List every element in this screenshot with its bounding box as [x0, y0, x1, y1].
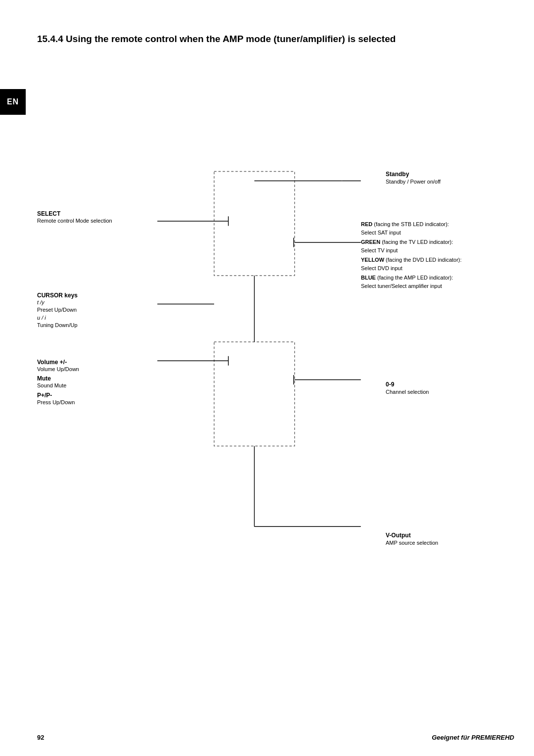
blue-line: BLUE (facing the AMP LED indicator):Sele…	[361, 274, 514, 290]
select-title: SELECT	[37, 210, 148, 217]
mute-text: Sound Mute	[37, 382, 141, 389]
brand-name: PREMIEREHD	[471, 734, 514, 741]
color-buttons-label: RED (facing the STB LED indicator):Selec…	[361, 220, 514, 290]
page: EN 15.4.4 Using the remote control when …	[0, 0, 534, 756]
select-label: SELECT Remote control Mode selection	[37, 210, 148, 225]
diagram-area: SELECT Remote control Mode selection CUR…	[37, 77, 514, 707]
cursor-label: CURSOR keys t /y Preset Up/Down u / i Tu…	[37, 292, 141, 330]
cursor-title: CURSOR keys	[37, 292, 141, 299]
svg-rect-0	[214, 171, 295, 276]
volume-text: Volume Up/Down	[37, 366, 141, 373]
standby-label: Standby Standby / Power on/off	[386, 171, 514, 186]
footer-brand: Geeignet für PREMIEREHD	[432, 734, 514, 741]
channel-title: 0-9	[386, 381, 514, 388]
voutput-text: AMP source selection	[386, 539, 514, 547]
svg-rect-1	[214, 342, 295, 446]
mute-title: Mute	[37, 375, 51, 382]
voutput-title: V-Output	[386, 532, 514, 539]
pp-title: P+/P-	[37, 392, 52, 399]
cursor-line2: Preset Up/Down	[37, 306, 141, 314]
cursor-line3: u / i	[37, 314, 141, 322]
brand-prefix: Geeignet für	[432, 734, 471, 741]
voutput-label: V-Output AMP source selection	[386, 532, 514, 547]
red-line: RED (facing the STB LED indicator):Selec…	[361, 220, 514, 236]
page-title: 15.4.4 Using the remote control when the…	[37, 34, 514, 45]
channel-text: Channel selection	[386, 388, 514, 396]
page-number: 92	[37, 734, 44, 741]
cursor-line4: Tuning Down/Up	[37, 322, 141, 329]
volume-title: Volume +/-	[37, 359, 141, 366]
channel-label: 0-9 Channel selection	[386, 381, 514, 396]
select-text: Remote control Mode selection	[37, 217, 148, 225]
volume-label: Volume +/- Volume Up/Down Mute Sound Mut…	[37, 359, 141, 406]
green-line: GREEN (facing the TV LED indicator):Sele…	[361, 238, 514, 254]
cursor-line1: t /y	[37, 299, 141, 306]
footer: 92 Geeignet für PREMIEREHD	[37, 734, 514, 741]
pp-text: Press Up/Down	[37, 399, 141, 406]
standby-title: Standby	[386, 171, 514, 178]
yellow-line: YELLOW (facing the DVD LED indicator):Se…	[361, 256, 514, 272]
en-tab: EN	[0, 89, 26, 115]
en-label: EN	[7, 97, 19, 106]
standby-text: Standby / Power on/off	[386, 178, 514, 186]
